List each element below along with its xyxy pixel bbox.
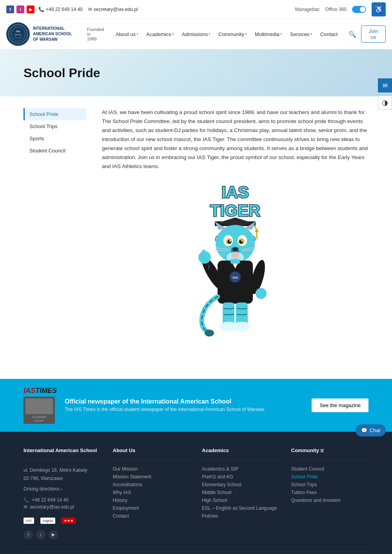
footer-tuition-fees[interactable]: Tuition Fees: [291, 490, 369, 495]
footer-facebook-icon[interactable]: f: [24, 530, 33, 540]
footer-col-school: International American School ul. Dembeg…: [24, 447, 101, 540]
footer-prekg[interactable]: PreKG and KG: [202, 474, 279, 480]
svg-text:IAS: IAS: [221, 183, 249, 201]
top-bar-right: Managebac Office 365 ♿: [295, 2, 386, 16]
nav-contact-label: Contact: [320, 31, 338, 37]
footer-history[interactable]: History: [113, 498, 191, 503]
youtube-icon[interactable]: ▶: [27, 5, 34, 13]
footer-student-council[interactable]: Student Council: [291, 466, 369, 472]
svg-point-47: [221, 323, 225, 327]
sidebar-item-student-council[interactable]: Student Council: [24, 145, 86, 157]
sidebar-item-school-trips[interactable]: School Trips: [24, 120, 86, 132]
ias-times-banner: IASTIMES SUMMER SPORT Official newspaper…: [0, 379, 392, 432]
footer-contact[interactable]: Contact: [113, 513, 191, 519]
toggle-switch[interactable]: [352, 6, 366, 13]
footer-directions-link[interactable]: Driving directions ›: [24, 486, 101, 492]
dark-mode-toggle[interactable]: [352, 6, 366, 13]
school-name-text: InternationalAmerican Schoolof Warsaw: [33, 26, 72, 42]
email-icon: ✉: [88, 7, 92, 12]
footer-instagram-icon[interactable]: i: [36, 530, 45, 540]
footer-employment[interactable]: Employment: [113, 505, 191, 511]
nav-community[interactable]: Community ▾: [215, 29, 250, 40]
footer-policies[interactable]: Policies: [202, 513, 279, 519]
office365-link[interactable]: Office 365: [325, 7, 347, 12]
chevron-down-icon: ▾: [136, 32, 138, 36]
facebook-icon[interactable]: f: [6, 5, 14, 13]
footer-youtube-icon[interactable]: ▶: [49, 530, 58, 540]
footer-grid: International American School ul. Dembeg…: [24, 447, 368, 540]
footer-accreditations[interactable]: Accreditations: [113, 482, 191, 487]
footer-middle[interactable]: Middle School: [202, 490, 279, 495]
nav-multimedia-label: Multimedia: [255, 31, 279, 37]
phone-item[interactable]: 📞 +48 22 649 14 40: [38, 7, 83, 12]
svg-text:SPORT: SPORT: [34, 420, 44, 422]
managebac-link[interactable]: Managebac: [295, 7, 320, 12]
footer-col-about: About Us Our Mission Mission Statement A…: [113, 447, 191, 540]
email-sidebar-button[interactable]: ✉: [378, 78, 392, 92]
footer-academics-sip[interactable]: Academics & SIP: [202, 466, 279, 472]
chevron-down-icon: ▾: [280, 32, 282, 36]
email-item[interactable]: ✉ secretary@ias.edu.pl: [88, 7, 138, 12]
svg-line-29: [215, 250, 228, 251]
messenger-icon: 💬: [361, 427, 367, 433]
svg-point-49: [229, 322, 232, 326]
svg-line-31: [242, 250, 256, 251]
sidebar-item-sports[interactable]: Sports: [24, 132, 86, 145]
contrast-button[interactable]: ◑: [378, 96, 392, 110]
footer-col-academics: Academics Academics & SIP PreKG and KG E…: [202, 447, 279, 540]
footer-email: ✉ secretary@ias.edu.pl: [24, 504, 101, 510]
nav-community-label: Community: [218, 31, 244, 37]
join-button[interactable]: Join us: [361, 25, 386, 43]
school-logo[interactable]: IAS WARSAW: [6, 22, 30, 46]
accessibility-button[interactable]: ♿: [372, 2, 386, 16]
nav-services[interactable]: Services ▾: [287, 29, 316, 40]
svg-point-24: [241, 240, 243, 242]
chat-button[interactable]: 💬 Chat: [356, 424, 386, 436]
nav-multimedia[interactable]: Multimedia ▾: [252, 29, 285, 40]
founded-text: Founded in 1989: [87, 27, 106, 41]
hero-banner: School Pride: [0, 49, 392, 96]
footer-why-ias[interactable]: Why IAS: [113, 490, 191, 495]
nav-contact[interactable]: Contact: [317, 29, 341, 40]
footer-logo-cognia: cognia: [40, 518, 56, 524]
svg-text:WARSAW: WARSAW: [15, 34, 22, 36]
svg-text:IAS: IAS: [16, 30, 20, 33]
footer-high[interactable]: High School: [202, 498, 279, 503]
sidebar-nav: School Pride School Trips Sports Student…: [24, 108, 86, 367]
sidebar-item-school-pride[interactable]: School Pride: [24, 108, 86, 120]
nav-admissions-label: Admissions: [182, 31, 208, 37]
svg-point-51: [234, 323, 238, 327]
nav-academics[interactable]: Academics ▾: [143, 29, 177, 40]
svg-point-42: [256, 288, 267, 299]
nav-about-label: About us: [116, 31, 136, 37]
footer-school-trips-link[interactable]: School Trips: [291, 482, 369, 487]
top-bar-left: f i ▶ 📞 +48 22 649 14 40 ✉ secretary@ias…: [6, 5, 295, 13]
phone-icon: 📞: [24, 497, 29, 503]
ias-times-logo: IASTIMES: [24, 387, 57, 395]
footer-mission-statement[interactable]: Mission Statement: [113, 474, 191, 480]
footer-esl[interactable]: ESL – English as Second Language: [202, 505, 279, 511]
email-address: secretary@ias.edu.pl: [94, 7, 138, 12]
nav-about[interactable]: About us ▾: [113, 29, 142, 40]
ias-times-content: Official newspaper of the International …: [65, 398, 304, 412]
footer-col-community: Community ☰ Student Council School Pride…: [291, 447, 369, 540]
svg-point-26: [233, 248, 238, 251]
social-icons: f i ▶: [6, 5, 34, 13]
page-title: School Pride: [24, 66, 100, 80]
search-button[interactable]: 🔍: [347, 29, 358, 40]
see-magazine-button[interactable]: See the magazine: [312, 398, 368, 412]
footer: International American School ul. Dembeg…: [0, 432, 392, 554]
footer-questions[interactable]: Questions and Answers: [291, 498, 369, 503]
tiger-area: IAS TIGER: [102, 171, 368, 367]
nav-admissions[interactable]: Admissions ▾: [179, 29, 214, 40]
footer-school-pride[interactable]: School Pride: [291, 474, 369, 480]
footer-logos: IAS cognia ★★★: [24, 518, 101, 524]
ias-times-image: SUMMER SPORT: [24, 396, 55, 424]
footer-community-title: Community ☰: [291, 447, 369, 453]
svg-point-23: [229, 240, 231, 242]
footer-our-mission[interactable]: Our Mission: [113, 466, 191, 472]
nav-services-label: Services: [290, 31, 310, 37]
footer-elementary[interactable]: Elementary School: [202, 482, 279, 487]
instagram-icon[interactable]: i: [16, 5, 24, 13]
svg-point-53: [242, 322, 246, 326]
